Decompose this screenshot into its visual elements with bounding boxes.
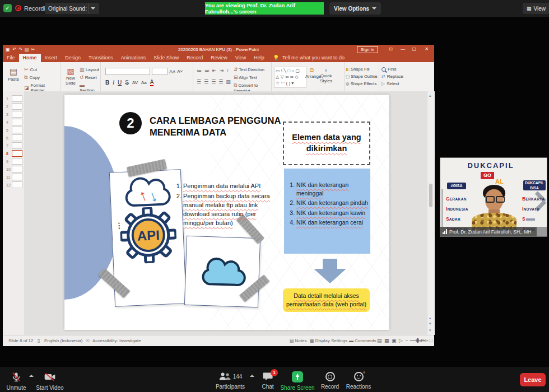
minimize-icon[interactable]: — [401,46,405,52]
justify-icon[interactable]: ☰ [218,79,223,85]
tab-slideshow[interactable]: Slide Show [150,54,183,62]
thumbnail-slide-11[interactable]: 11 [3,173,24,181]
decrease-font-icon[interactable]: A˅ [177,69,183,74]
slide-sorter-icon[interactable]: ▦ [384,338,389,343]
previous-slide-icon[interactable]: ▴ [429,316,431,320]
view-button[interactable]: ▦View [523,3,549,14]
meeting-security-shield-icon[interactable]: ✓ [3,4,12,12]
language-status[interactable]: English (Indonesia) [44,338,82,343]
zoom-out-icon[interactable]: − [406,338,408,343]
tab-animations[interactable]: Animations [117,54,150,62]
start-video-button[interactable]: Start Video [32,371,67,391]
thumbnail-slide-6[interactable]: 6 [3,134,24,142]
tab-record[interactable]: Record [183,54,207,62]
shape-effects-button[interactable]: ◍ Shape Effects [346,81,378,86]
align-text-button[interactable]: ⊟ Align Text [234,74,271,80]
sign-in-button[interactable]: Sign in [357,46,378,53]
paste-button[interactable]: ▤ Paste [6,67,21,82]
tab-file[interactable]: File [3,54,19,62]
shape-gallery[interactable]: ▭ \ ╲ □ ○ ▢△ ▽ ⇦ ⇨ ◇☆ ◠ ( ) ▾ [274,67,306,88]
tab-help[interactable]: Help [250,54,268,62]
arrange-button[interactable]: ⧉ Arrange [305,67,319,79]
thumbnail-slide-1[interactable]: 1 [3,95,24,102]
thumbnail-slide-2[interactable]: 2 [3,102,24,110]
normal-view-icon[interactable]: ▤ [377,338,382,343]
align-right-icon[interactable]: ☰ [211,79,216,85]
thumbnail-slide-12[interactable]: 12 [3,181,24,189]
quick-styles-button[interactable]: ◗ Quick Styles [319,67,333,83]
thumbnail-slide-3[interactable]: 3 [3,110,24,118]
font-size-combobox[interactable] [152,68,168,75]
chat-button[interactable]: Chat 1 [257,371,279,390]
bullets-icon[interactable]: ≔ [197,68,202,73]
strikethrough-button[interactable]: S [125,80,129,86]
character-spacing-icon[interactable]: AV [132,80,138,85]
line-spacing-icon[interactable]: ↕ [226,68,229,73]
share-screen-button[interactable]: Share Screen [279,371,316,391]
tab-design[interactable]: Design [61,54,85,62]
comments-button[interactable]: ▬Comments [349,338,376,343]
copy-button[interactable]: ⧉Copy [24,74,60,81]
vertical-scrollbar[interactable]: ▴ ▴ ▾ ▾ [427,91,435,335]
tab-home[interactable]: Home [19,54,41,62]
font-name-combobox[interactable] [105,68,150,75]
audio-signal-icon [443,229,448,234]
select-button[interactable]: ▷Select [381,81,403,86]
maximize-icon[interactable]: ▢ [412,46,416,52]
original-sound-dropdown[interactable] [89,3,96,14]
find-button[interactable]: Find [381,67,403,72]
fit-to-window-icon[interactable]: ⛶ [429,338,432,344]
presenter-video-tile[interactable]: DUKCAPIL GO AL #GISA DUKCAPILBISA GERAKA… [440,157,547,237]
thumbnail-slide-8-selected[interactable]: 8 [3,150,24,157]
replace-button[interactable]: ⇄Replace [381,74,403,79]
scroll-down-icon[interactable]: ▾ [429,328,431,333]
thumbnail-slide-10[interactable]: 10 [3,165,24,173]
bold-button[interactable]: B [105,80,109,86]
cut-button[interactable]: ✂Cut [24,67,60,72]
notes-button[interactable]: ▤Notes [290,338,306,343]
participants-options-chevron-icon[interactable] [250,375,254,377]
accessibility-status[interactable]: Accessibility: Investigate [92,338,141,343]
underline-button[interactable]: U [118,80,122,86]
text-direction-button[interactable]: ⇵ Text Direction [234,67,271,72]
increase-font-icon[interactable]: A˄ [169,69,175,74]
change-case-icon[interactable]: Aa [141,80,147,85]
indent-increase-icon[interactable]: ⇥ [220,68,224,73]
reading-view-icon[interactable]: ▣ [392,338,397,343]
tab-transitions[interactable]: Transitions [85,54,117,62]
thumbnail-slide-4[interactable]: 4 [3,118,24,126]
thumbnail-slide-7[interactable]: 7 [3,142,24,150]
tab-insert[interactable]: Insert [41,54,62,62]
thumbnail-slide-9[interactable]: 9 [3,157,24,165]
participants-button[interactable]: 144 Participants [212,371,249,390]
align-left-icon[interactable]: ☰ [197,79,201,85]
slideshow-icon[interactable]: ▷ [399,338,403,343]
layout-button[interactable]: ▥ Layout [80,67,100,72]
close-icon[interactable]: ✕ [425,46,429,52]
thumbnail-slide-5[interactable]: 5 [3,126,24,134]
new-slide-button[interactable]: ▧ New Slide [63,67,78,86]
scroll-up-icon[interactable]: ▴ [429,94,431,98]
indent-decrease-icon[interactable]: ⇤ [212,68,217,73]
shape-outline-button[interactable]: ▢ Shape Outline [346,74,378,79]
italic-button[interactable]: I [113,80,114,86]
align-center-icon[interactable]: ☰ [204,79,208,85]
leave-button[interactable]: Leave [520,373,546,386]
font-color-icon[interactable]: A [150,79,154,86]
record-button[interactable]: Record [317,371,343,390]
reactions-button[interactable]: + Reactions [342,371,375,390]
tab-review[interactable]: Review [207,54,231,62]
reset-button[interactable]: ↺ Reset [80,74,100,80]
unmute-button[interactable]: Unmute [3,371,29,391]
zoom-percentage[interactable]: 114% [415,338,426,343]
numbering-icon[interactable]: ≕ [204,68,210,73]
scrollbar-thumb[interactable] [429,184,432,207]
view-options-button[interactable]: View Options [329,2,381,15]
shape-fill-button[interactable]: ◧ Shape Fill [346,67,378,72]
next-slide-icon[interactable]: ▾ [429,321,431,326]
columns-icon[interactable]: ▥ [226,79,231,85]
tab-view[interactable]: View [231,54,250,62]
ribbon-options-icon[interactable]: ⊟ [389,46,393,52]
tell-me-box[interactable]: Tell me what you want to do [282,55,345,60]
display-settings-button[interactable]: ▦Display Settings [310,338,347,343]
